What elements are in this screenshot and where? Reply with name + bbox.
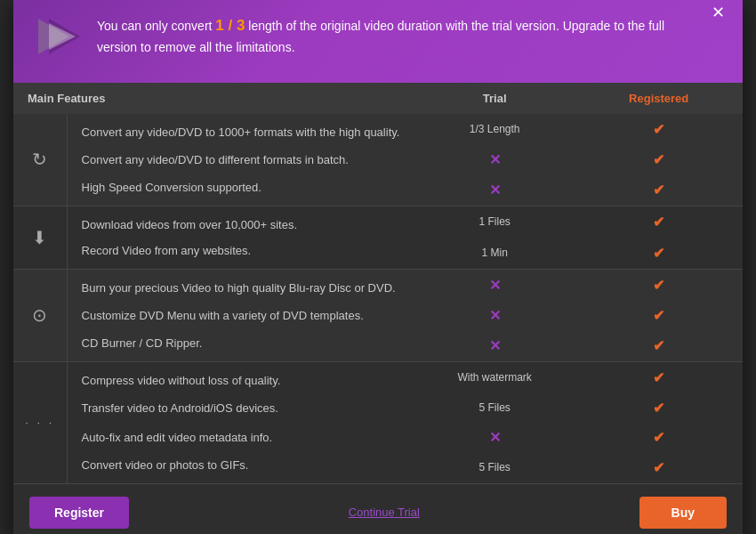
feature-text: Auto-fix and edit video metadata info. [67,423,414,452]
trial-value: ✕ [414,330,575,362]
fraction-highlight: 1 / 3 [215,17,245,34]
icon-disc: ⊙ [13,269,67,361]
registered-header: Registered [575,83,743,114]
table-row: · · ·Compress video without loss of qual… [13,361,743,393]
dialog-header: You can only convert 1 / 3 length of the… [13,0,743,83]
trial-value: 1 Files [414,206,575,238]
registered-check: ✔ [575,269,743,301]
feature-text: Convert any video/DVD to different forma… [67,145,414,174]
features-table: Main Features Trial Registered ↻Convert … [13,83,743,483]
table-header-row: Main Features Trial Registered [13,83,743,114]
register-button[interactable]: Register [29,497,129,529]
feature-text: Download videos from over 10,000+ sites. [67,206,414,238]
trial-value: 5 Files [414,393,575,423]
registered-check: ✔ [575,330,743,362]
registered-check: ✔ [575,301,743,330]
dialog-footer: Register Continue Trial Buy [13,483,743,535]
trial-value: ✕ [414,269,575,301]
registered-check: ✔ [575,206,743,238]
feature-text: Convert any video/DVD to 1000+ formats w… [67,114,414,145]
trial-value: 5 Files [414,452,575,483]
trial-value: 1/3 Length [414,114,575,145]
table-row: Convert any video/DVD to different forma… [13,145,743,174]
buy-button[interactable]: Buy [639,497,727,529]
table-row: High Speed Conversion supported.✕✔ [13,174,743,206]
app-logo [29,10,83,63]
table-row: CD Burner / CD Ripper.✕✔ [13,330,743,362]
feature-text: High Speed Conversion supported. [67,174,414,206]
close-button[interactable]: ✕ [706,3,730,22]
trial-value: With watermark [414,361,575,393]
trial-value: ✕ [414,145,575,174]
table-row: Convert video or photos to GIFs.5 Files✔ [13,452,743,483]
registered-check: ✔ [575,145,743,174]
icon-refresh: ↻ [13,114,67,206]
table-row: ⊙Burn your precious Video to high qualit… [13,269,743,301]
registered-check: ✔ [575,452,743,483]
feature-header: Main Features [13,83,414,114]
registered-check: ✔ [575,423,743,452]
table-row: Auto-fix and edit video metadata info.✕✔ [13,423,743,452]
table-row: ↻Convert any video/DVD to 1000+ formats … [13,114,743,145]
feature-text: Transfer video to Android/iOS devices. [67,393,414,423]
table-row: Customize DVD Menu with a variety of DVD… [13,301,743,330]
feature-text: Customize DVD Menu with a variety of DVD… [67,301,414,330]
feature-text: Compress video without loss of quality. [67,361,414,393]
header-message: You can only convert 1 / 3 length of the… [97,10,698,58]
continue-trial-button[interactable]: Continue Trial [349,506,420,519]
feature-text: Burn your precious Video to high quality… [67,269,414,301]
registered-check: ✔ [575,393,743,423]
table-row: ⬇Download videos from over 10,000+ sites… [13,206,743,238]
registered-check: ✔ [575,114,743,145]
table-row: Transfer video to Android/iOS devices.5 … [13,393,743,423]
trial-value: ✕ [414,423,575,452]
registered-check: ✔ [575,361,743,393]
trial-upgrade-dialog: You can only convert 1 / 3 length of the… [13,0,743,534]
registered-check: ✔ [575,238,743,270]
icon-download: ⬇ [13,206,67,269]
registered-check: ✔ [575,174,743,206]
message-before: You can only convert [97,19,215,33]
trial-value: ✕ [414,301,575,330]
feature-text: CD Burner / CD Ripper. [67,330,414,362]
feature-text: Convert video or photos to GIFs. [67,452,414,483]
table-row: Record Video from any websites.1 Min✔ [13,238,743,270]
icon-dots: · · · [13,361,67,483]
feature-text: Record Video from any websites. [67,238,414,270]
trial-value: 1 Min [414,238,575,270]
trial-header: Trial [414,83,575,114]
trial-value: ✕ [414,174,575,206]
